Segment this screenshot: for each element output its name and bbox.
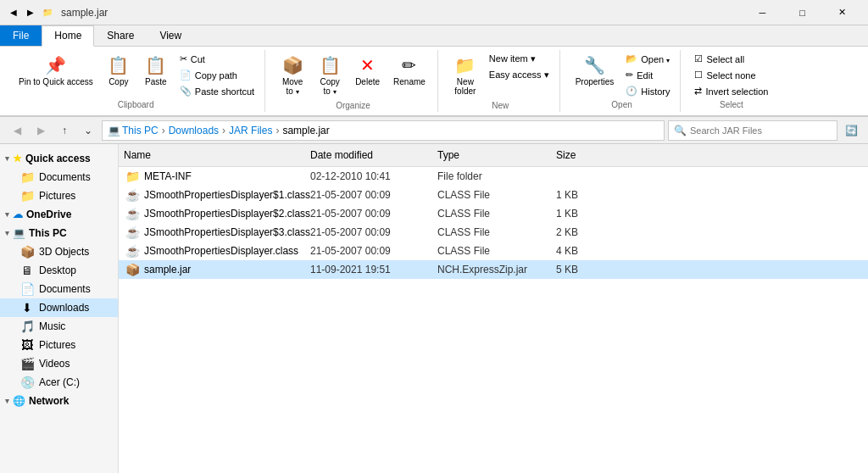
ribbon-group-new: 📁 Newfolder New item ▾ Easy access ▾ New <box>442 50 560 112</box>
col-header-date[interactable]: Date modified <box>305 147 432 163</box>
file-name-cell: 📁 META-INF <box>119 170 305 183</box>
recent-button[interactable]: ⌄ <box>78 120 98 141</box>
copy-path-button[interactable]: 📄 Copy path <box>176 68 258 82</box>
new-folder-button[interactable]: 📁 Newfolder <box>448 52 482 99</box>
network-label: Network <box>29 395 69 407</box>
sidebar-item-3dobjects[interactable]: 📦 3D Objects <box>0 242 118 261</box>
pin-icon: 📌 <box>45 55 66 75</box>
organize-label: Organize <box>336 101 370 110</box>
sidebar-item-desktop[interactable]: 🖥 Desktop <box>0 261 118 280</box>
sidebar-item-downloads[interactable]: ⬇ Downloads <box>0 298 118 317</box>
select-all-button[interactable]: ☑ Select all <box>691 52 771 66</box>
sidebar-item-documents2-label: Documents <box>39 283 91 295</box>
sidebar-item-desktop-label: Desktop <box>39 264 76 276</box>
file-name-cell: ☕ JSmoothPropertiesDisplayer.class <box>119 244 305 258</box>
quick-access-icon1[interactable]: ◀ <box>7 6 20 19</box>
new-folder-icon: 📁 <box>454 55 476 75</box>
table-row[interactable]: ☕ JSmoothPropertiesDisplayer.class 21-05… <box>119 242 868 260</box>
quick-access-label: Quick access <box>25 153 91 164</box>
new-item-button[interactable]: New item ▾ <box>486 52 553 66</box>
col-header-name[interactable]: Name <box>119 147 305 163</box>
onedrive-icon: ☁ <box>13 209 23 220</box>
breadcrumb-jarfiles[interactable]: JAR Files <box>229 125 272 136</box>
new-label: New <box>492 101 509 110</box>
rename-button[interactable]: ✏ Rename <box>388 52 431 90</box>
tab-home[interactable]: Home <box>42 25 94 47</box>
table-row[interactable]: ☕ JSmoothPropertiesDisplayer$1.class 21-… <box>119 186 868 204</box>
breadcrumb-bar[interactable]: 💻 This PC › Downloads › JAR Files › samp… <box>102 120 665 141</box>
copy-button[interactable]: 📋 Copy <box>102 52 136 90</box>
tab-view[interactable]: View <box>147 25 194 46</box>
network-arrow: ▾ <box>5 397 9 405</box>
properties-button[interactable]: 🔧 Properties <box>570 52 620 90</box>
onedrive-header[interactable]: ▾ ☁ OneDrive <box>0 205 118 224</box>
select-none-icon: ☐ <box>694 70 703 81</box>
sidebar-item-pictures-label: Pictures <box>39 190 75 202</box>
table-row[interactable]: ☕ JSmoothPropertiesDisplayer$3.class 21-… <box>119 223 868 242</box>
table-row[interactable]: 📁 META-INF 02-12-2010 10:41 File folder <box>119 167 868 186</box>
select-none-button[interactable]: ☐ Select none <box>691 68 771 82</box>
title-bar-icons: ◀ ▶ 📁 <box>7 6 54 19</box>
downloads-icon: ⬇ <box>20 301 34 314</box>
maximize-button[interactable]: □ <box>783 0 821 25</box>
sidebar-item-pictures2[interactable]: 🖼 Pictures <box>0 336 118 354</box>
cut-icon: ✂ <box>180 53 187 64</box>
search-bar[interactable]: 🔍 <box>668 120 837 141</box>
sidebar-item-pictures2-label: Pictures <box>39 339 75 351</box>
documents2-icon: 📄 <box>20 282 34 296</box>
col-header-size[interactable]: Size <box>551 147 619 163</box>
pin-to-quick-access-button[interactable]: 📌 Pin to Quick access <box>14 52 98 91</box>
table-row[interactable]: 📦 sample.jar 11-09-2021 19:51 NCH.Expres… <box>119 260 868 279</box>
tab-file[interactable]: File <box>0 25 42 46</box>
file-list-header: Name Date modified Type Size <box>119 144 868 167</box>
sidebar-item-documents[interactable]: 📁 Documents <box>0 168 118 186</box>
quick-access-header[interactable]: ▾ ★ Quick access <box>0 149 118 168</box>
cut-button[interactable]: ✂ Cut <box>176 52 258 66</box>
table-row[interactable]: ☕ JSmoothPropertiesDisplayer$2.class 21-… <box>119 204 868 223</box>
file-date-cell: 02-12-2010 10:41 <box>305 170 432 182</box>
sidebar-item-documents2[interactable]: 📄 Documents <box>0 280 118 298</box>
edit-icon: ✏ <box>626 70 633 81</box>
file-date-cell: 11-09-2021 19:51 <box>305 264 432 275</box>
up-button[interactable]: ↑ <box>54 120 75 141</box>
title-bar-controls: ─ □ ✕ <box>743 0 861 25</box>
col-header-type[interactable]: Type <box>432 147 551 163</box>
breadcrumb-downloads[interactable]: Downloads <box>169 125 219 136</box>
move-icon: 📦 <box>282 55 303 75</box>
videos-icon: 🎬 <box>20 357 34 370</box>
file-list: Name Date modified Type Size 📁 META-INF … <box>119 144 868 473</box>
search-input[interactable] <box>690 125 832 136</box>
file-rows-container: 📁 META-INF 02-12-2010 10:41 File folder … <box>119 167 868 279</box>
easy-access-button[interactable]: Easy access ▾ <box>486 68 553 82</box>
open-content: 🔧 Properties 📂 Open ▾ ✏ Edit 🕐 History <box>570 52 674 98</box>
thispc-header[interactable]: ▾ 💻 This PC <box>0 224 118 242</box>
onedrive-label: OneDrive <box>26 209 71 220</box>
forward-button[interactable]: ▶ <box>31 120 51 141</box>
network-header[interactable]: ▾ 🌐 Network <box>0 392 118 410</box>
address-bar: ◀ ▶ ↑ ⌄ 💻 This PC › Downloads › JAR File… <box>0 117 868 144</box>
sidebar-item-drive[interactable]: 💿 Acer (C:) <box>0 373 118 392</box>
copy-path-icon: 📄 <box>180 70 192 81</box>
invert-selection-button[interactable]: ⇄ Invert selection <box>691 84 771 98</box>
tab-share[interactable]: Share <box>94 25 147 46</box>
open-button[interactable]: 📂 Open ▾ <box>622 52 673 66</box>
minimize-button[interactable]: ─ <box>743 0 782 25</box>
music-icon: 🎵 <box>20 320 34 333</box>
file-name: JSmoothPropertiesDisplayer$1.class <box>144 189 310 201</box>
sidebar-item-pictures[interactable]: 📁 Pictures <box>0 186 118 205</box>
sidebar-item-music[interactable]: 🎵 Music <box>0 317 118 336</box>
edit-button[interactable]: ✏ Edit <box>622 68 673 82</box>
file-type-cell: CLASS File <box>432 245 551 257</box>
move-to-button[interactable]: 📦 Moveto ▾ <box>275 52 309 99</box>
history-button[interactable]: 🕐 History <box>622 84 673 98</box>
back-button[interactable]: ◀ <box>7 120 27 141</box>
sidebar-item-videos[interactable]: 🎬 Videos <box>0 354 118 373</box>
copy-to-button[interactable]: 📋 Copyto ▾ <box>313 52 347 99</box>
paste-button[interactable]: 📋 Paste <box>139 52 173 90</box>
breadcrumb-thispc[interactable]: This PC <box>122 125 159 136</box>
close-button[interactable]: ✕ <box>823 0 861 25</box>
quick-access-icon2[interactable]: ▶ <box>24 6 37 19</box>
delete-button[interactable]: ✕ Delete <box>350 52 385 90</box>
paste-shortcut-button[interactable]: 📎 Paste shortcut <box>176 84 258 98</box>
refresh-button[interactable]: 🔄 <box>841 120 861 141</box>
